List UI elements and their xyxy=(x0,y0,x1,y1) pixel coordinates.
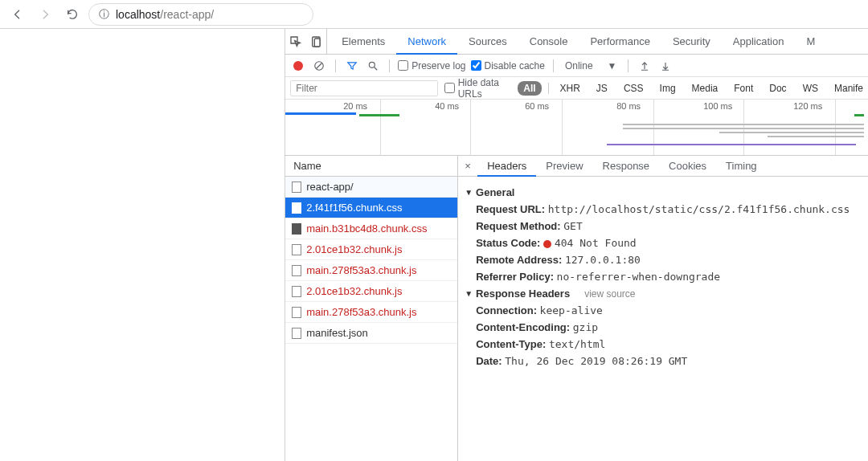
filter-toggle-icon[interactable] xyxy=(344,58,360,74)
tab-application[interactable]: Application xyxy=(722,29,796,55)
disable-cache-checkbox[interactable]: Disable cache xyxy=(471,60,545,71)
filter-type-font[interactable]: Font xyxy=(729,81,758,96)
svg-line-3 xyxy=(317,63,322,68)
list-column-name[interactable]: Name xyxy=(285,156,457,177)
request-row[interactable]: main.278f53a3.chunk.js xyxy=(285,260,457,281)
request-row[interactable]: main.b31bc4d8.chunk.css xyxy=(285,218,457,239)
request-row[interactable]: react-app/ xyxy=(285,177,457,198)
timeline-tick: 80 ms xyxy=(616,101,641,111)
request-name: main.b31bc4d8.chunk.css xyxy=(306,222,427,235)
file-icon xyxy=(292,202,301,214)
devtools-tabstrip: Elements Network Sources Console Perform… xyxy=(285,29,868,55)
filter-type-manifest[interactable]: Manife xyxy=(829,81,868,96)
timeline-tick: 60 ms xyxy=(525,101,549,111)
filter-type-js[interactable]: JS xyxy=(592,81,612,96)
upload-har-icon[interactable] xyxy=(637,58,653,74)
section-general[interactable]: ▼General xyxy=(465,186,862,198)
tab-network[interactable]: Network xyxy=(396,29,457,55)
filter-type-media[interactable]: Media xyxy=(687,81,723,96)
kv-referrer-policy: Referrer Policy: no-referrer-when-downgr… xyxy=(476,271,862,283)
timeline-tick: 100 ms xyxy=(703,101,732,111)
detail-body: ▼General Request URL: http://localhost/s… xyxy=(458,177,868,377)
request-name: main.278f53a3.chunk.js xyxy=(306,264,416,276)
divider xyxy=(628,59,628,72)
browser-toolbar: ⓘ localhost/react-app/ xyxy=(0,0,868,29)
tab-performance[interactable]: Performance xyxy=(579,29,661,55)
kv-content-encoding: Content-Encoding: gzip xyxy=(476,321,862,333)
network-timeline[interactable]: 20 ms 40 ms 60 ms 80 ms 100 ms 120 ms xyxy=(285,100,868,156)
request-name: 2.f41f1f56.chunk.css xyxy=(306,202,402,214)
forward-button[interactable] xyxy=(34,3,56,26)
view-source-link[interactable]: view source xyxy=(584,288,635,300)
request-name: react-app/ xyxy=(306,181,354,193)
network-toolbar: Preserve log Disable cache Online▼ xyxy=(285,55,868,77)
request-row[interactable]: 2.f41f1f56.chunk.css xyxy=(285,198,457,218)
request-list: Name react-app/2.f41f1f56.chunk.cssmain.… xyxy=(285,156,458,461)
request-row[interactable]: 2.01ce1b32.chunk.js xyxy=(285,239,457,260)
file-icon xyxy=(292,307,301,318)
reload-button[interactable] xyxy=(61,3,84,26)
kv-date: Date: Thu, 26 Dec 2019 08:26:19 GMT xyxy=(476,355,862,367)
device-icon[interactable] xyxy=(306,29,327,55)
site-info-icon[interactable]: ⓘ xyxy=(99,7,109,22)
filter-type-doc[interactable]: Doc xyxy=(764,81,791,96)
preserve-log-checkbox[interactable]: Preserve log xyxy=(398,60,465,71)
file-icon xyxy=(292,244,301,255)
close-detail-button[interactable]: × xyxy=(458,160,477,172)
filter-type-css[interactable]: CSS xyxy=(619,81,649,96)
filter-type-ws[interactable]: WS xyxy=(798,81,823,96)
tab-elements[interactable]: Elements xyxy=(330,29,396,55)
filter-input[interactable] xyxy=(290,80,438,96)
section-response-headers[interactable]: ▼Response Headersview source xyxy=(465,288,862,300)
hide-data-urls-checkbox[interactable]: Hide data URLs xyxy=(444,77,512,100)
request-detail-pane: × Headers Preview Response Cookies Timin… xyxy=(458,156,868,461)
record-button[interactable] xyxy=(293,61,303,71)
svg-point-4 xyxy=(369,62,375,67)
divider xyxy=(335,59,336,72)
request-row[interactable]: main.278f53a3.chunk.js xyxy=(285,302,457,323)
timeline-tick: 20 ms xyxy=(343,101,367,111)
filter-type-xhr[interactable]: XHR xyxy=(555,81,585,96)
request-row[interactable]: 2.01ce1b32.chunk.js xyxy=(285,281,457,302)
filter-type-img[interactable]: Img xyxy=(655,81,681,96)
detail-tab-preview[interactable]: Preview xyxy=(536,156,592,177)
address-bar[interactable]: ⓘ localhost/react-app/ xyxy=(88,3,313,26)
clear-button[interactable] xyxy=(311,58,327,74)
filter-type-all[interactable]: All xyxy=(518,81,541,96)
back-button[interactable] xyxy=(6,3,29,26)
tab-console[interactable]: Console xyxy=(518,29,579,55)
timeline-tick: 120 ms xyxy=(793,101,822,111)
file-icon xyxy=(292,182,301,193)
file-icon xyxy=(292,265,301,276)
network-filter-row: Hide data URLs All XHR JS CSS Img Media … xyxy=(285,77,868,100)
kv-status-code: Status Code: 404 Not Found xyxy=(476,237,862,249)
file-icon xyxy=(292,328,301,339)
tab-security[interactable]: Security xyxy=(661,29,722,55)
search-icon[interactable] xyxy=(365,58,381,74)
request-name: main.278f53a3.chunk.js xyxy=(306,306,416,318)
divider xyxy=(553,59,554,72)
detail-tab-cookies[interactable]: Cookies xyxy=(659,156,716,177)
svg-line-5 xyxy=(375,67,378,70)
request-name: manifest.json xyxy=(306,327,368,339)
kv-request-method: Request Method: GET xyxy=(476,220,862,232)
svg-rect-1 xyxy=(314,39,320,47)
request-name: 2.01ce1b32.chunk.js xyxy=(306,243,402,255)
download-har-icon[interactable] xyxy=(657,58,674,74)
request-row[interactable]: manifest.json xyxy=(285,323,457,344)
kv-content-type: Content-Type: text/html xyxy=(476,338,862,350)
divider xyxy=(389,59,390,72)
file-icon xyxy=(292,286,301,297)
tab-sources[interactable]: Sources xyxy=(457,29,518,55)
kv-remote-address: Remote Address: 127.0.0.1:80 xyxy=(476,254,862,266)
timeline-tick: 40 ms xyxy=(435,101,459,111)
detail-tab-timing[interactable]: Timing xyxy=(716,156,767,177)
tab-more[interactable]: M xyxy=(795,29,826,55)
devtools-panel: Elements Network Sources Console Perform… xyxy=(285,29,868,461)
file-icon xyxy=(292,223,301,235)
throttle-select[interactable]: Online▼ xyxy=(562,60,620,71)
detail-tab-response[interactable]: Response xyxy=(593,156,660,177)
detail-tab-headers[interactable]: Headers xyxy=(477,156,536,177)
inspect-icon[interactable] xyxy=(285,29,306,55)
divider xyxy=(548,83,549,94)
